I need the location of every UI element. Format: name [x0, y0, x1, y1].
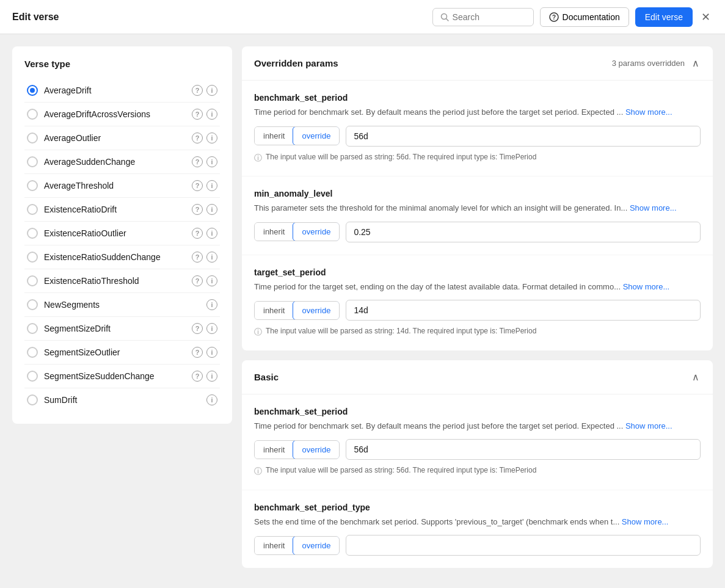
- radio-button[interactable]: [27, 275, 38, 286]
- radio-button[interactable]: [27, 156, 38, 167]
- param-value-input[interactable]: [346, 300, 701, 321]
- param-controls: inherit override: [254, 222, 701, 242]
- info-icon[interactable]: i: [206, 180, 217, 191]
- inherit-button[interactable]: inherit: [255, 537, 293, 554]
- info-icon[interactable]: i: [206, 371, 217, 382]
- question-icon[interactable]: ?: [192, 228, 203, 239]
- radio-button[interactable]: [27, 371, 38, 382]
- question-circle-icon: ?: [549, 12, 559, 22]
- verse-item-sumdrift[interactable]: SumDrift i: [24, 388, 220, 412]
- info-icon[interactable]: i: [206, 228, 217, 239]
- verse-name: SegmentSizeDrift: [44, 324, 111, 333]
- verse-item-existenceratiodrift[interactable]: ExistenceRatioDrift ? i: [24, 198, 220, 222]
- info-icon[interactable]: i: [206, 275, 217, 286]
- question-icon[interactable]: ?: [192, 371, 203, 382]
- question-icon[interactable]: ?: [192, 275, 203, 286]
- radio-button[interactable]: [27, 299, 38, 310]
- radio-button[interactable]: [27, 323, 38, 334]
- search-input[interactable]: [453, 12, 526, 22]
- verse-item-left: AverageDrift: [27, 85, 92, 96]
- inherit-button[interactable]: inherit: [255, 302, 293, 319]
- question-icon[interactable]: ?: [192, 132, 203, 143]
- param-value-input[interactable]: [346, 126, 701, 147]
- overridden-params-collapse[interactable]: ∧: [691, 56, 701, 70]
- verse-item-averagethreshold[interactable]: AverageThreshold ? i: [24, 174, 220, 198]
- question-icon[interactable]: ?: [192, 180, 203, 191]
- verse-item-averagedrift[interactable]: AverageDrift ? i: [24, 79, 220, 103]
- info-icon[interactable]: i: [206, 323, 217, 334]
- radio-button[interactable]: [27, 204, 38, 215]
- search-box[interactable]: [432, 8, 534, 26]
- radio-button[interactable]: [27, 394, 38, 405]
- override-button[interactable]: override: [293, 126, 340, 145]
- param-value-input[interactable]: [346, 439, 701, 460]
- verse-item-existenceratiothreshold[interactable]: ExistenceRatioThreshold ? i: [24, 269, 220, 293]
- verse-item-segmentsizesuddenchange[interactable]: SegmentSizeSuddenChange ? i: [24, 365, 220, 388]
- verse-name: ExistenceRatioThreshold: [44, 276, 139, 286]
- param-value-input[interactable]: [346, 222, 701, 242]
- radio-button[interactable]: [27, 347, 38, 358]
- info-icon[interactable]: i: [206, 299, 217, 310]
- toggle-group: inherit override: [254, 301, 340, 320]
- basic-params-card: Basic ∧ benchmark_set_period Time period…: [242, 360, 713, 568]
- verse-icons: ? i: [192, 132, 217, 143]
- question-icon[interactable]: ?: [192, 156, 203, 167]
- override-button[interactable]: override: [293, 301, 340, 320]
- question-icon[interactable]: ?: [192, 85, 203, 96]
- verse-item-segmentsizedrift[interactable]: SegmentSizeDrift ? i: [24, 317, 220, 341]
- hint-text: The input value will be parsed as string…: [266, 151, 536, 162]
- inherit-button[interactable]: inherit: [255, 441, 293, 459]
- verse-item-left: SumDrift: [27, 394, 77, 405]
- show-more-link[interactable]: Show more...: [625, 107, 672, 117]
- verse-item-newsegments[interactable]: NewSegments i: [24, 293, 220, 317]
- radio-button[interactable]: [27, 109, 38, 120]
- radio-button[interactable]: [27, 252, 38, 263]
- radio-button[interactable]: [27, 228, 38, 239]
- param-controls: inherit override: [254, 300, 701, 321]
- info-icon[interactable]: i: [206, 156, 217, 167]
- verse-item-left: SegmentSizeDrift: [27, 323, 111, 334]
- verse-item-existenceratiosuddenchange[interactable]: ExistenceRatioSuddenChange ? i: [24, 245, 220, 269]
- param-name: benchmark_set_period: [254, 93, 701, 103]
- inherit-button[interactable]: inherit: [255, 223, 293, 241]
- radio-button[interactable]: [27, 180, 38, 191]
- basic-params-collapse[interactable]: ∧: [691, 370, 701, 384]
- override-button[interactable]: override: [293, 536, 340, 555]
- info-icon[interactable]: i: [206, 347, 217, 358]
- question-icon[interactable]: ?: [192, 347, 203, 358]
- verse-name: AverageOutlier: [44, 133, 101, 143]
- info-icon[interactable]: i: [206, 252, 217, 263]
- radio-button[interactable]: [27, 85, 38, 96]
- edit-verse-button[interactable]: Edit verse: [635, 7, 693, 27]
- show-more-link[interactable]: Show more...: [630, 203, 677, 212]
- param-controls: inherit override: [254, 126, 701, 147]
- close-button[interactable]: ✕: [699, 8, 713, 26]
- info-icon[interactable]: i: [206, 132, 217, 143]
- show-more-link[interactable]: Show more...: [622, 517, 669, 526]
- info-icon[interactable]: i: [206, 85, 217, 96]
- documentation-button[interactable]: ? Documentation: [540, 7, 629, 27]
- verse-item-averagesuddenchange[interactable]: AverageSuddenChange ? i: [24, 150, 220, 174]
- header: Edit verse ? Documentation Edit verse ✕: [0, 0, 725, 34]
- question-icon[interactable]: ?: [192, 204, 203, 215]
- show-more-link[interactable]: Show more...: [623, 282, 670, 291]
- info-icon[interactable]: i: [206, 109, 217, 120]
- param-value-input[interactable]: [346, 535, 701, 556]
- verse-item-existenceratiooutlier[interactable]: ExistenceRatioOutlier ? i: [24, 222, 220, 245]
- verse-item-averagedriftacrossversions[interactable]: AverageDriftAcrossVersions ? i: [24, 103, 220, 126]
- question-icon[interactable]: ?: [192, 323, 203, 334]
- verse-name: AverageDriftAcrossVersions: [44, 109, 150, 119]
- show-more-link[interactable]: Show more...: [625, 421, 672, 430]
- info-icon[interactable]: i: [206, 204, 217, 215]
- override-button[interactable]: override: [293, 222, 340, 241]
- question-icon[interactable]: ?: [192, 109, 203, 120]
- question-icon[interactable]: ?: [192, 252, 203, 263]
- radio-button[interactable]: [27, 132, 38, 143]
- verse-item-segmentsizeoutlier[interactable]: SegmentSizeOutlier ? i: [24, 341, 220, 365]
- verse-item-averageoutlier[interactable]: AverageOutlier ? i: [24, 126, 220, 150]
- verse-list: AverageDrift ? i AverageDriftAcrossVersi…: [24, 79, 220, 412]
- inherit-button[interactable]: inherit: [255, 127, 293, 145]
- info-icon[interactable]: i: [206, 394, 217, 405]
- override-button[interactable]: override: [293, 440, 340, 459]
- param-desc: Sets the end time of the benchmark set p…: [254, 516, 701, 528]
